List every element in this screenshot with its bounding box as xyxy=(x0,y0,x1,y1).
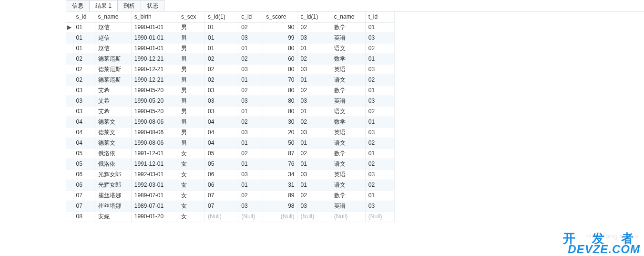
cell-s_sex[interactable]: 男 xyxy=(178,22,204,32)
cell-t_id[interactable]: 01 xyxy=(365,190,394,201)
cell-t_id[interactable]: 01 xyxy=(365,85,394,96)
cell-s_score[interactable]: 87 xyxy=(263,148,297,159)
cell-c_id1[interactable]: 02 xyxy=(297,117,331,127)
cell-c_id1[interactable]: 01 xyxy=(297,159,331,169)
cell-t_id[interactable]: 02 xyxy=(365,106,394,117)
cell-s_id[interactable]: 05 xyxy=(73,148,95,159)
cell-c_name[interactable]: 语文 xyxy=(331,180,365,190)
col-s_birth[interactable]: s_birth xyxy=(131,11,178,22)
cell-s_sex[interactable]: 男 xyxy=(178,138,204,148)
col-t_id[interactable]: t_id xyxy=(365,11,394,22)
cell-c_id1[interactable]: 03 xyxy=(297,127,331,138)
cell-t_id[interactable]: 02 xyxy=(365,159,394,169)
cell-c_name[interactable]: 数学 xyxy=(331,85,365,96)
cell-c_name[interactable]: 语文 xyxy=(331,106,365,117)
cell-s_birth[interactable]: 1990-08-06 xyxy=(131,117,178,127)
cell-s_birth[interactable]: 1990-12-21 xyxy=(131,64,178,75)
cell-s_id[interactable]: 03 xyxy=(73,96,95,106)
table-row[interactable]: 01赵信1990-01-01男01018001语文02 xyxy=(66,43,394,53)
table-row[interactable]: 02德莱厄斯1990-12-21男02038003英语03 xyxy=(66,64,394,75)
cell-s_birth[interactable]: 1990-08-06 xyxy=(131,138,178,148)
cell-s_birth[interactable]: 1989-07-01 xyxy=(131,201,178,211)
cell-s_id1[interactable]: 01 xyxy=(205,22,238,32)
cell-s_birth[interactable]: 1990-05-20 xyxy=(131,106,178,117)
cell-s_name[interactable]: 赵信 xyxy=(95,22,131,32)
cell-c_name[interactable]: 英语 xyxy=(331,127,365,138)
col-s_name[interactable]: s_name xyxy=(95,11,131,22)
cell-s_id[interactable]: 07 xyxy=(73,190,95,201)
cell-s_sex[interactable]: 男 xyxy=(178,96,204,106)
cell-c_id[interactable]: 01 xyxy=(238,43,263,53)
cell-t_id[interactable]: 01 xyxy=(365,22,394,32)
cell-c_id1[interactable]: 02 xyxy=(297,53,331,64)
cell-c_name[interactable]: 英语 xyxy=(331,96,365,106)
cell-s_birth[interactable]: 1990-05-20 xyxy=(131,85,178,96)
result-table[interactable]: s_id s_name s_birth s_sex s_id(1) c_id s… xyxy=(66,11,394,222)
cell-c_id1[interactable]: 03 xyxy=(297,64,331,75)
cell-s_score[interactable]: 80 xyxy=(263,85,297,96)
cell-c_id1[interactable]: 03 xyxy=(297,201,331,211)
table-row[interactable]: 04德莱文1990-08-06男04023002数学01 xyxy=(66,117,394,127)
cell-c_id[interactable]: 01 xyxy=(238,75,263,85)
cell-c_id1[interactable]: 03 xyxy=(297,32,331,43)
cell-s_id[interactable]: 03 xyxy=(73,85,95,96)
cell-s_birth[interactable]: 1990-01-01 xyxy=(131,22,178,32)
cell-s_name[interactable]: 德莱文 xyxy=(95,138,131,148)
cell-c_id[interactable]: 02 xyxy=(238,190,263,201)
table-row[interactable]: 01赵信1990-01-01男01039903英语03 xyxy=(66,32,394,43)
cell-s_birth[interactable]: 1990-01-20 xyxy=(131,211,178,222)
cell-s_score[interactable]: 98 xyxy=(263,201,297,211)
cell-t_id[interactable]: 03 xyxy=(365,127,394,138)
cell-c_name[interactable]: 英语 xyxy=(331,169,365,180)
table-row[interactable]: 07崔丝塔娜1989-07-01女07039803英语03 xyxy=(66,201,394,211)
cell-s_birth[interactable]: 1990-12-21 xyxy=(131,75,178,85)
cell-s_birth[interactable]: 1990-08-06 xyxy=(131,127,178,138)
cell-s_id[interactable]: 01 xyxy=(73,43,95,53)
cell-s_score[interactable]: 34 xyxy=(263,169,297,180)
table-row[interactable]: 03艾希1990-05-20男03038003英语03 xyxy=(66,96,394,106)
cell-t_id[interactable]: 02 xyxy=(365,180,394,190)
cell-t_id[interactable]: 02 xyxy=(365,138,394,148)
cell-c_id1[interactable]: (Null) xyxy=(297,211,331,222)
cell-t_id[interactable]: 02 xyxy=(365,43,394,53)
cell-s_sex[interactable]: 男 xyxy=(178,127,204,138)
cell-s_birth[interactable]: 1992-03-01 xyxy=(131,180,178,190)
cell-s_sex[interactable]: 女 xyxy=(178,201,204,211)
cell-s_score[interactable]: 99 xyxy=(263,32,297,43)
cell-s_score[interactable]: 80 xyxy=(263,43,297,53)
cell-c_id[interactable]: 03 xyxy=(238,32,263,43)
table-row[interactable]: 07崔丝塔娜1989-07-01女07028902数学01 xyxy=(66,190,394,201)
cell-c_name[interactable]: (Null) xyxy=(331,211,365,222)
cell-s_score[interactable]: 89 xyxy=(263,190,297,201)
cell-s_id[interactable]: 03 xyxy=(73,106,95,117)
cell-c_id1[interactable]: 02 xyxy=(297,148,331,159)
col-s_id1[interactable]: s_id(1) xyxy=(205,11,238,22)
cell-s_id1[interactable]: 06 xyxy=(205,180,238,190)
cell-c_id[interactable]: 03 xyxy=(238,127,263,138)
cell-s_name[interactable]: 光辉女郎 xyxy=(95,169,131,180)
cell-s_name[interactable]: 德莱厄斯 xyxy=(95,53,131,64)
cell-s_id[interactable]: 06 xyxy=(73,180,95,190)
col-s_id[interactable]: s_id xyxy=(73,11,95,22)
cell-s_score[interactable]: (Null) xyxy=(263,211,297,222)
cell-s_sex[interactable]: 男 xyxy=(178,64,204,75)
cell-c_name[interactable]: 语文 xyxy=(331,43,365,53)
cell-s_id[interactable]: 06 xyxy=(73,169,95,180)
cell-s_birth[interactable]: 1991-12-01 xyxy=(131,159,178,169)
cell-s_name[interactable]: 崔丝塔娜 xyxy=(95,190,131,201)
cell-s_id1[interactable]: 03 xyxy=(205,96,238,106)
cell-s_id1[interactable]: 02 xyxy=(205,75,238,85)
cell-s_sex[interactable]: 女 xyxy=(178,148,204,159)
cell-s_birth[interactable]: 1992-03-01 xyxy=(131,169,178,180)
cell-s_id1[interactable]: 06 xyxy=(205,169,238,180)
cell-s_birth[interactable]: 1990-01-01 xyxy=(131,32,178,43)
cell-t_id[interactable]: 01 xyxy=(365,117,394,127)
table-row[interactable]: 08安妮1990-01-20女(Null)(Null)(Null)(Null)(… xyxy=(66,211,394,222)
cell-s_sex[interactable]: 女 xyxy=(178,211,204,222)
cell-s_id[interactable]: 05 xyxy=(73,159,95,169)
cell-c_name[interactable]: 英语 xyxy=(331,32,365,43)
col-c_name[interactable]: c_name xyxy=(331,11,365,22)
cell-s_score[interactable]: 60 xyxy=(263,53,297,64)
tab-status[interactable]: 状态 xyxy=(141,0,164,11)
cell-s_name[interactable]: 艾希 xyxy=(95,96,131,106)
